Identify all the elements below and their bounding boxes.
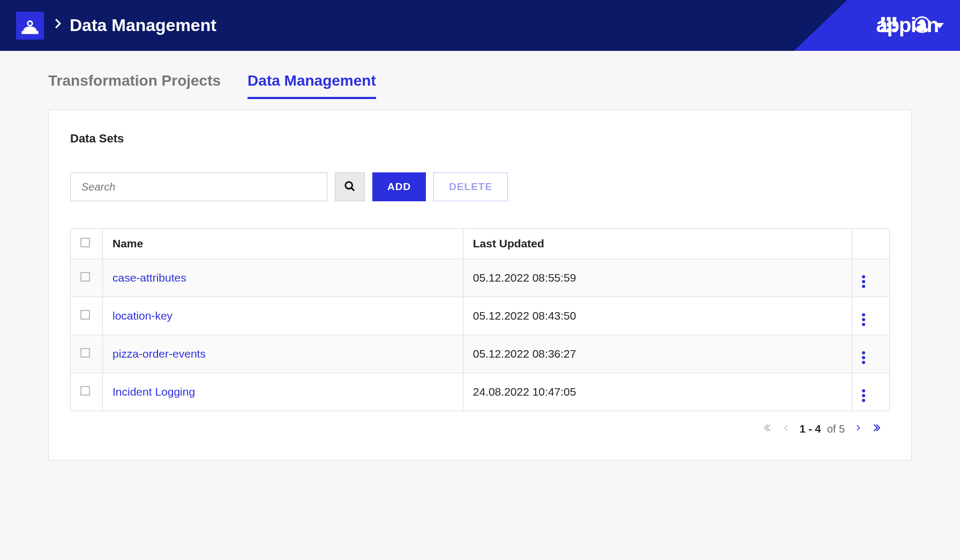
table-row: pizza-order-events 05.12.2022 08:36:27 — [71, 335, 890, 373]
dataset-link[interactable]: case-attributes — [112, 271, 186, 284]
search-input[interactable] — [70, 172, 327, 201]
delete-button[interactable]: DELETE — [433, 172, 508, 201]
tabs: Transformation Projects Data Management — [48, 72, 912, 99]
row-checkbox[interactable] — [80, 348, 90, 358]
svg-rect-4 — [892, 17, 896, 20]
data-sets-table: Name Last Updated case-attributes 05.12.… — [70, 228, 890, 411]
breadcrumb-chevron-icon — [54, 17, 62, 34]
svg-rect-8 — [881, 28, 885, 32]
svg-rect-2 — [881, 17, 885, 20]
row-actions-kebab-icon[interactable] — [862, 306, 865, 319]
table-row: Incident Logging 24.08.2022 10:47:05 — [71, 373, 890, 411]
add-button[interactable]: ADD — [372, 172, 426, 201]
dataset-updated: 24.08.2022 10:47:05 — [463, 373, 852, 411]
panel-title: Data Sets — [70, 132, 890, 146]
svg-point-12 — [920, 20, 925, 25]
pagination-range: 1 - 4 — [799, 423, 821, 435]
svg-rect-5 — [881, 22, 885, 26]
app-header: Data Management appian — [0, 0, 960, 51]
column-header-updated[interactable]: Last Updated — [463, 229, 852, 259]
column-header-actions — [852, 229, 890, 259]
table-row: location-key 05.12.2022 08:43:50 — [71, 297, 890, 335]
svg-point-0 — [28, 21, 33, 26]
search-icon — [344, 180, 356, 194]
row-actions-kebab-icon[interactable] — [862, 344, 865, 357]
svg-rect-9 — [887, 28, 890, 32]
tab-data-management[interactable]: Data Management — [248, 72, 376, 99]
column-header-select — [71, 229, 103, 259]
tab-transformation-projects[interactable]: Transformation Projects — [48, 72, 221, 99]
user-menu[interactable] — [913, 16, 944, 36]
pagination-of-label: of — [827, 423, 836, 435]
pagination-prev-icon[interactable] — [782, 423, 790, 435]
toolbar: ADD DELETE — [70, 172, 890, 201]
table-row: case-attributes 05.12.2022 08:55:59 — [71, 259, 890, 297]
svg-rect-1 — [22, 32, 38, 33]
pagination-last-icon[interactable] — [872, 423, 881, 435]
pagination-next-icon[interactable] — [854, 423, 862, 435]
svg-line-14 — [351, 187, 355, 191]
dataset-updated: 05.12.2022 08:36:27 — [463, 335, 852, 373]
pagination-total: 5 — [839, 423, 845, 435]
main-content: Transformation Projects Data Management … — [0, 51, 960, 482]
svg-point-13 — [346, 181, 352, 188]
apps-grid-icon[interactable] — [880, 16, 898, 36]
dataset-link[interactable]: Incident Logging — [112, 385, 195, 398]
svg-rect-3 — [887, 17, 890, 20]
row-checkbox[interactable] — [80, 386, 90, 396]
data-sets-panel: Data Sets ADD DELETE Na — [48, 110, 912, 460]
column-header-name[interactable]: Name — [103, 229, 463, 259]
row-checkbox[interactable] — [80, 310, 90, 320]
row-checkbox[interactable] — [80, 272, 90, 282]
svg-rect-10 — [892, 28, 896, 32]
pagination: 1 - 4 of 5 — [70, 411, 890, 438]
select-all-checkbox[interactable] — [80, 238, 90, 247]
search-button[interactable] — [335, 172, 365, 201]
dataset-updated: 05.12.2022 08:55:59 — [463, 259, 852, 297]
row-actions-kebab-icon[interactable] — [862, 268, 865, 281]
user-avatar-icon — [913, 16, 931, 36]
svg-rect-7 — [892, 22, 896, 26]
dataset-link[interactable]: pizza-order-events — [112, 347, 206, 360]
page-title: Data Management — [70, 16, 216, 35]
pagination-first-icon[interactable] — [763, 423, 772, 435]
chevron-down-icon — [935, 23, 944, 28]
dataset-link[interactable]: location-key — [112, 309, 172, 322]
app-logo-icon[interactable] — [16, 12, 44, 40]
svg-rect-6 — [887, 22, 890, 26]
row-actions-kebab-icon[interactable] — [862, 382, 865, 395]
dataset-updated: 05.12.2022 08:43:50 — [463, 297, 852, 335]
